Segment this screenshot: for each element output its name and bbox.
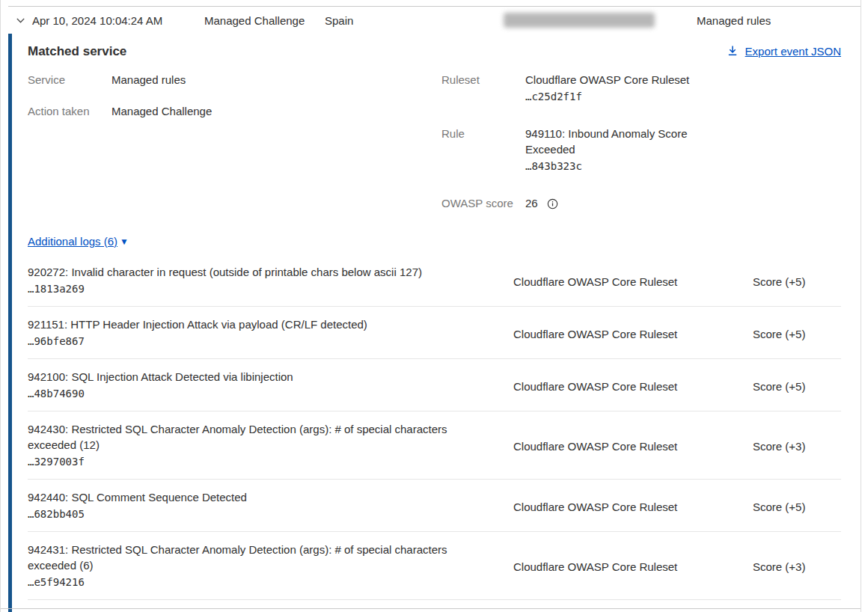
log-score: Score (+5) xyxy=(753,379,843,394)
log-row: 942100: SQL Injection Attack Detected vi… xyxy=(28,359,841,411)
event-summary-row[interactable]: Apr 10, 2024 10:04:24 AM Managed Challen… xyxy=(8,6,861,34)
log-score: Score (+3) xyxy=(753,438,843,454)
log-description: 942100: SQL Injection Attack Detected vi… xyxy=(28,369,471,385)
chevron-down-icon[interactable] xyxy=(12,12,28,28)
log-ruleset: Cloudflare OWASP Core Ruleset xyxy=(513,438,753,454)
log-row: 942440: SQL Comment Sequence Detected …6… xyxy=(28,480,841,532)
additional-logs-toggle[interactable]: Additional logs (6) ▼ xyxy=(28,233,129,250)
ruleset-field: Ruleset Cloudflare OWASP Core Ruleset …c… xyxy=(441,72,841,106)
rule-field: Rule 949110: Inbound Anomaly Score Excee… xyxy=(441,126,841,176)
log-ruleset: Cloudflare OWASP Core Ruleset xyxy=(513,326,753,342)
download-icon xyxy=(727,45,739,59)
log-row: 920272: Invalid character in request (ou… xyxy=(28,254,841,307)
export-event-json-link[interactable]: Export event JSON xyxy=(727,43,841,60)
export-event-json-label: Export event JSON xyxy=(745,43,841,60)
service-value: Managed rules xyxy=(111,72,186,88)
log-rule-id: …e5f94216 xyxy=(28,573,513,592)
log-row: 942431: Restricted SQL Character Anomaly… xyxy=(28,532,841,600)
log-score: Score (+3) xyxy=(753,559,843,575)
log-rule-id: …48b74690 xyxy=(28,385,513,403)
action-taken-field: Action taken Managed Challenge xyxy=(28,103,441,119)
log-rule-id: …682bb405 xyxy=(28,505,513,524)
rule-id: …843b323c xyxy=(525,160,582,172)
log-description: 942440: SQL Comment Sequence Detected xyxy=(28,489,471,505)
log-row: 942430: Restricted SQL Character Anomaly… xyxy=(28,411,841,480)
log-description: 942430: Restricted SQL Character Anomaly… xyxy=(28,421,471,453)
ruleset-id: …c25d2f1f xyxy=(525,91,582,102)
event-service: Managed rules xyxy=(697,14,771,27)
log-rule-id: …96bfe867 xyxy=(28,332,513,351)
log-rule-id: …1813a269 xyxy=(28,280,513,299)
log-rule-id: …3297003f xyxy=(28,453,513,471)
ruleset-name: Cloudflare OWASP Core Ruleset xyxy=(525,73,689,86)
rule-label: Rule xyxy=(441,126,525,176)
event-redacted-host xyxy=(504,13,655,28)
owasp-score-field: OWASP score 26 xyxy=(441,195,841,211)
log-score: Score (+5) xyxy=(753,499,843,515)
log-ruleset: Cloudflare OWASP Core Ruleset xyxy=(513,379,753,394)
log-score: Score (+5) xyxy=(753,326,843,342)
log-ruleset: Cloudflare OWASP Core Ruleset xyxy=(513,274,753,290)
event-detail-panel: Matched service Export event JSON Servic… xyxy=(1,34,861,609)
event-country: Spain xyxy=(325,14,353,27)
log-description: 942431: Restricted SQL Character Anomaly… xyxy=(28,542,471,573)
info-icon[interactable] xyxy=(547,198,558,209)
action-taken-value: Managed Challenge xyxy=(111,103,212,119)
log-description: 921151: HTTP Header Injection Attack via… xyxy=(28,316,471,332)
rule-name: 949110: Inbound Anomaly Score Exceeded xyxy=(525,127,688,156)
action-taken-label: Action taken xyxy=(28,103,111,119)
service-field: Service Managed rules xyxy=(28,72,441,88)
log-ruleset: Cloudflare OWASP Core Ruleset xyxy=(513,499,753,515)
additional-logs-table: 920272: Invalid character in request (ou… xyxy=(28,254,841,600)
log-row: 921151: HTTP Header Injection Attack via… xyxy=(28,307,841,359)
log-score: Score (+5) xyxy=(753,274,843,290)
event-action: Managed Challenge xyxy=(204,14,305,27)
caret-down-icon: ▼ xyxy=(120,236,129,247)
owasp-score-label: OWASP score xyxy=(441,195,525,211)
ruleset-label: Ruleset xyxy=(441,72,525,106)
additional-logs-label: Additional logs (6) xyxy=(28,233,117,250)
service-label: Service xyxy=(28,72,111,88)
event-timestamp: Apr 10, 2024 10:04:24 AM xyxy=(32,14,162,27)
matched-service-title: Matched service xyxy=(28,43,126,60)
event-table-frame: Apr 10, 2024 10:04:24 AM Managed Challen… xyxy=(0,0,861,612)
log-description: 920272: Invalid character in request (ou… xyxy=(28,264,471,280)
owasp-score-value: 26 xyxy=(525,195,538,211)
log-ruleset: Cloudflare OWASP Core Ruleset xyxy=(513,559,753,575)
